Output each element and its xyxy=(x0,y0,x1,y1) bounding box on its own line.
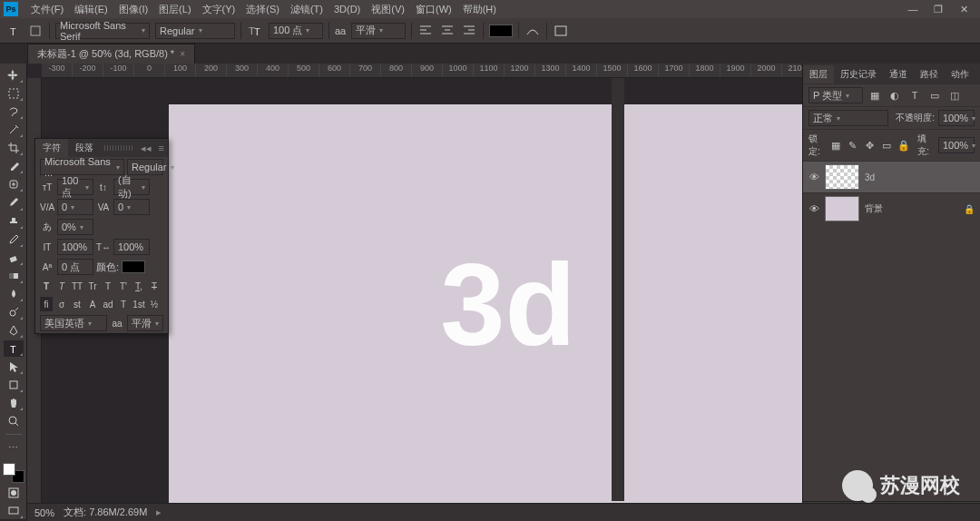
wand-tool[interactable] xyxy=(4,122,24,138)
allcaps-button[interactable]: TT xyxy=(71,279,83,293)
italic-button[interactable]: T xyxy=(55,279,68,293)
opentype-btn8[interactable]: ½ xyxy=(148,297,161,311)
close-tab-icon[interactable]: × xyxy=(180,49,185,59)
filter-type-icon[interactable]: T xyxy=(906,87,923,103)
status-chevron-icon[interactable]: ▸ xyxy=(156,506,162,518)
panel-menu-icon[interactable]: ≡ xyxy=(155,143,168,153)
crop-tool[interactable] xyxy=(4,140,24,156)
tab-character[interactable]: 字符 xyxy=(35,139,68,157)
opentype-btn6[interactable]: T xyxy=(117,297,130,311)
cp-leading-dropdown[interactable]: (自动)▾ xyxy=(113,179,150,195)
cp-lang-dropdown[interactable]: 美国英语▾ xyxy=(40,315,107,331)
stamp-tool[interactable] xyxy=(4,213,24,230)
cp-hscale-dropdown[interactable]: 100% xyxy=(113,239,150,255)
shape-tool[interactable] xyxy=(4,377,24,393)
lock-position-icon[interactable]: ✥ xyxy=(863,137,877,153)
orientation-toggle-icon[interactable] xyxy=(27,23,44,39)
menu-window[interactable]: 窗口(W) xyxy=(410,3,457,16)
filter-shape-icon[interactable]: ▭ xyxy=(926,87,943,103)
lock-transparent-icon[interactable]: ▦ xyxy=(829,137,843,153)
tab-paths[interactable]: 路径 xyxy=(914,65,945,84)
window-minimize[interactable]: — xyxy=(900,4,926,15)
layer-row[interactable]: 👁 背景 🔒 xyxy=(803,192,980,224)
gradient-tool[interactable] xyxy=(4,268,24,284)
eraser-tool[interactable] xyxy=(4,250,24,266)
window-close[interactable]: ✕ xyxy=(951,4,976,15)
edit-toolbar[interactable]: ⋯ xyxy=(4,439,24,456)
warp-text-icon[interactable] xyxy=(524,23,541,39)
layer-thumbnail[interactable] xyxy=(825,196,859,221)
menu-type[interactable]: 文字(Y) xyxy=(197,3,241,16)
font-size-dropdown[interactable]: 100 点▾ xyxy=(269,23,323,39)
layer-filter-dropdown[interactable]: P 类型▾ xyxy=(808,87,863,103)
opentype-btn3[interactable]: st xyxy=(71,297,83,311)
font-family-dropdown[interactable]: Microsoft Sans Serif▾ xyxy=(55,23,150,39)
cp-baseline-input[interactable]: 0 点 xyxy=(57,259,93,275)
cp-font-dropdown[interactable]: Microsoft Sans ...▾ xyxy=(40,159,124,175)
heal-tool[interactable] xyxy=(4,176,24,192)
opentype-btn4[interactable]: A xyxy=(86,297,99,311)
smallcaps-button[interactable]: Tr xyxy=(86,279,99,293)
antialias-dropdown[interactable]: 平滑▾ xyxy=(351,23,406,39)
marquee-tool[interactable] xyxy=(4,85,24,102)
align-left-icon[interactable] xyxy=(417,23,434,39)
layer-name[interactable]: 背景 xyxy=(865,202,883,215)
document-tab[interactable]: 未标题-1 @ 50% (3d, RGB/8) * × xyxy=(27,44,195,64)
layer-name[interactable]: 3d xyxy=(865,172,875,182)
strike-button[interactable]: T xyxy=(148,279,161,293)
cp-tracking-dropdown[interactable]: 0▾ xyxy=(113,199,150,215)
menu-image[interactable]: 图像(I) xyxy=(113,3,153,16)
cp-aa-dropdown[interactable]: 平滑▾ xyxy=(127,315,163,331)
lock-artboard-icon[interactable]: ▭ xyxy=(880,137,894,153)
lasso-tool[interactable] xyxy=(4,103,24,120)
superscript-button[interactable]: T xyxy=(102,279,114,293)
cp-vscale-dropdown[interactable]: 100% xyxy=(57,239,93,255)
lock-image-icon[interactable]: ✎ xyxy=(846,137,859,153)
layer-thumbnail[interactable] xyxy=(825,164,859,190)
brush-tool[interactable] xyxy=(4,194,24,211)
bold-button[interactable]: T xyxy=(40,279,53,293)
eyedropper-tool[interactable] xyxy=(4,158,24,174)
blur-tool[interactable] xyxy=(4,286,24,302)
tab-actions[interactable]: 动作 xyxy=(945,65,975,84)
filter-image-icon[interactable]: ▦ xyxy=(867,87,883,103)
pen-tool[interactable] xyxy=(4,322,24,339)
menu-filter[interactable]: 滤镜(T) xyxy=(285,3,328,16)
character-panel[interactable]: 字符 段落 ◂◂ ≡ Microsoft Sans ...▾ Regular▾ … xyxy=(34,138,169,334)
type-tool[interactable]: T xyxy=(4,340,24,357)
tab-layers[interactable]: 图层 xyxy=(803,65,834,84)
tab-paragraph[interactable]: 段落 xyxy=(68,139,101,157)
move-tool[interactable] xyxy=(4,67,24,84)
opacity-dropdown[interactable]: 100%▾ xyxy=(938,110,975,126)
ruler-horizontal[interactable]: -300-200-1000100200300400500600700800900… xyxy=(42,64,802,78)
align-right-icon[interactable] xyxy=(461,23,477,39)
cp-kerning-dropdown[interactable]: 0▾ xyxy=(57,199,93,215)
panel-close-icon[interactable]: ◂◂ xyxy=(137,143,155,154)
opentype-btn7[interactable]: 1st xyxy=(132,297,145,311)
menu-file[interactable]: 文件(F) xyxy=(25,3,69,16)
menu-help[interactable]: 帮助(H) xyxy=(457,3,502,16)
quickmask-toggle[interactable] xyxy=(4,485,24,501)
cp-color-swatch[interactable] xyxy=(122,260,145,273)
dodge-tool[interactable] xyxy=(4,304,24,320)
menu-edit[interactable]: 编辑(E) xyxy=(69,3,113,16)
filter-adjust-icon[interactable]: ◐ xyxy=(887,87,903,103)
menu-select[interactable]: 选择(S) xyxy=(240,3,285,16)
panel-drag-handle[interactable] xyxy=(104,145,133,151)
menu-layer[interactable]: 图层(L) xyxy=(153,3,196,16)
type-tool-icon[interactable]: T xyxy=(5,23,22,39)
align-center-icon[interactable] xyxy=(439,23,456,39)
menu-view[interactable]: 视图(V) xyxy=(366,3,410,16)
text-color-swatch[interactable] xyxy=(489,25,513,37)
underline-button[interactable]: T, xyxy=(132,279,145,293)
filter-smart-icon[interactable]: ◫ xyxy=(946,87,963,103)
canvas[interactable]: 3d xyxy=(169,104,802,504)
layer-row[interactable]: 👁 3d xyxy=(803,161,980,192)
eye-icon[interactable]: 👁 xyxy=(808,203,819,214)
history-brush-tool[interactable] xyxy=(4,231,24,248)
opentype-btn2[interactable]: σ xyxy=(55,297,68,311)
document-info[interactable]: 文档: 7.86M/2.69M xyxy=(64,506,147,519)
window-restore[interactable]: ❐ xyxy=(926,4,951,15)
cp-scale-dropdown[interactable]: 0%▾ xyxy=(57,219,93,235)
font-weight-dropdown[interactable]: Regular▾ xyxy=(155,23,235,39)
